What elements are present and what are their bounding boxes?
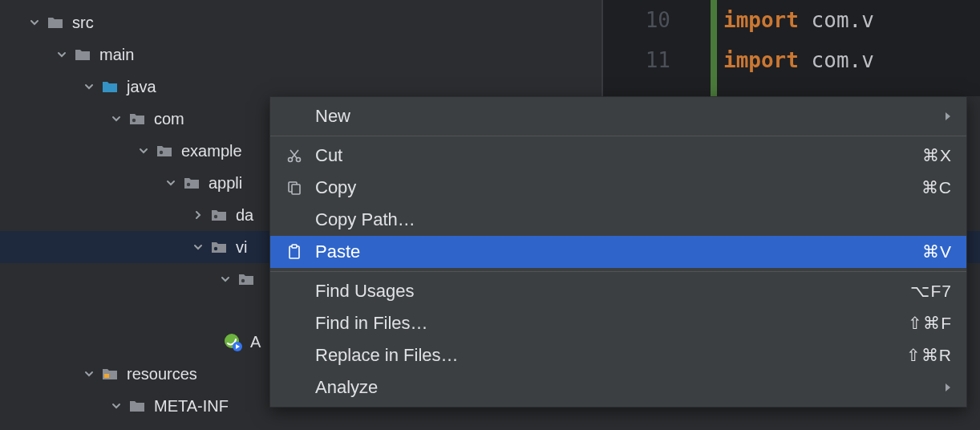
cut-icon <box>285 146 304 165</box>
menu-separator <box>270 271 966 272</box>
tree-label: com <box>154 110 184 128</box>
tree-label: src <box>72 14 94 32</box>
folder-icon <box>128 398 146 414</box>
svg-point-4 <box>214 247 217 250</box>
menu-label: Copy Path… <box>315 209 952 230</box>
context-menu: New Cut ⌘X Copy ⌘C Copy Path… <box>269 96 967 408</box>
menu-shortcut: ⇧⌘R <box>906 346 952 365</box>
package-folder-icon <box>156 143 173 159</box>
folder-icon <box>47 14 64 30</box>
menu-item-new[interactable]: New <box>270 100 966 132</box>
tree-label: da <box>236 206 253 225</box>
chevron-down-icon[interactable] <box>109 399 124 413</box>
svg-point-9 <box>289 158 293 162</box>
chevron-down-icon[interactable] <box>27 15 42 30</box>
tree-label: vi <box>236 238 247 257</box>
svg-point-2 <box>187 183 190 186</box>
tree-label: main <box>99 46 134 64</box>
menu-separator <box>270 136 966 136</box>
menu-item-copy[interactable]: Copy ⌘C <box>270 172 966 204</box>
chevron-down-icon[interactable] <box>82 79 96 94</box>
menu-label: Find Usages <box>315 281 910 302</box>
menu-item-cut[interactable]: Cut ⌘X <box>270 140 966 172</box>
tree-label: appli <box>209 174 242 193</box>
submenu-arrow-icon <box>941 112 952 121</box>
chevron-down-icon[interactable] <box>55 47 69 62</box>
menu-label: Analyze <box>315 377 941 398</box>
menu-item-find-in-files[interactable]: Find in Files… ⇧⌘F <box>270 307 966 339</box>
blank-icon <box>285 107 304 126</box>
copy-icon <box>285 178 304 197</box>
menu-item-replace-in-files[interactable]: Replace in Files… ⇧⌘R <box>270 339 966 371</box>
package-folder-icon <box>237 271 255 287</box>
tree-label: META-INF <box>154 397 229 416</box>
chevron-right-icon[interactable] <box>191 208 205 222</box>
blank-icon <box>285 210 304 229</box>
tree-label: java <box>127 78 156 96</box>
paste-icon <box>285 242 304 262</box>
source-folder-icon <box>101 79 119 95</box>
svg-point-1 <box>160 151 163 154</box>
menu-label: Find in Files… <box>315 313 908 334</box>
code-text: import com.v <box>691 8 874 32</box>
menu-label: Cut <box>315 145 922 166</box>
chevron-down-icon[interactable] <box>82 367 96 381</box>
resources-folder-icon <box>101 366 119 382</box>
blank-icon <box>285 346 304 365</box>
package-folder-icon <box>183 175 200 191</box>
menu-shortcut: ⌘C <box>921 178 952 197</box>
svg-point-10 <box>297 158 301 162</box>
menu-item-paste[interactable]: Paste ⌘V <box>270 236 966 268</box>
package-folder-icon <box>210 207 228 223</box>
svg-rect-12 <box>292 185 300 194</box>
editor-line[interactable]: 10 import com.v <box>603 0 980 40</box>
tree-label: A <box>250 333 261 351</box>
submenu-arrow-icon <box>941 383 952 392</box>
package-folder-icon <box>210 239 228 255</box>
tree-label: resources <box>127 365 197 383</box>
package-folder-icon <box>128 111 146 127</box>
menu-item-copy-path[interactable]: Copy Path… <box>270 204 966 236</box>
svg-rect-14 <box>292 245 297 248</box>
menu-item-find-usages[interactable]: Find Usages ⌥F7 <box>270 275 966 307</box>
menu-label: Copy <box>315 177 921 198</box>
code-text: import com.v <box>691 48 874 72</box>
line-number: 10 <box>603 8 691 32</box>
chevron-down-icon[interactable] <box>218 272 233 286</box>
chevron-down-icon[interactable] <box>164 176 178 190</box>
line-number: 11 <box>603 48 691 72</box>
svg-rect-8 <box>104 374 109 378</box>
menu-shortcut: ⌥F7 <box>910 282 952 301</box>
tree-label: example <box>181 142 242 160</box>
menu-shortcut: ⌘X <box>922 146 952 165</box>
editor-line[interactable]: 11 import com.v <box>603 40 980 80</box>
menu-shortcut: ⌘V <box>922 242 952 262</box>
menu-label: Replace in Files… <box>315 345 906 366</box>
menu-item-analyze[interactable]: Analyze <box>270 371 966 404</box>
chevron-down-icon[interactable] <box>109 112 124 126</box>
editor-pane: 10 import com.v 11 import com.v <box>601 0 980 96</box>
menu-label: New <box>315 106 941 127</box>
chevron-down-icon[interactable] <box>191 240 205 254</box>
vcs-gutter-stripe <box>711 0 717 96</box>
blank-icon <box>285 378 304 397</box>
chevron-down-icon[interactable] <box>136 144 151 158</box>
menu-label: Paste <box>315 241 922 262</box>
svg-point-0 <box>132 119 136 122</box>
svg-point-3 <box>214 215 217 218</box>
svg-point-5 <box>241 279 245 282</box>
menu-shortcut: ⇧⌘F <box>908 314 952 333</box>
spring-run-icon <box>223 332 242 351</box>
blank-icon <box>285 282 304 301</box>
blank-icon <box>285 314 304 333</box>
folder-icon <box>74 47 91 63</box>
